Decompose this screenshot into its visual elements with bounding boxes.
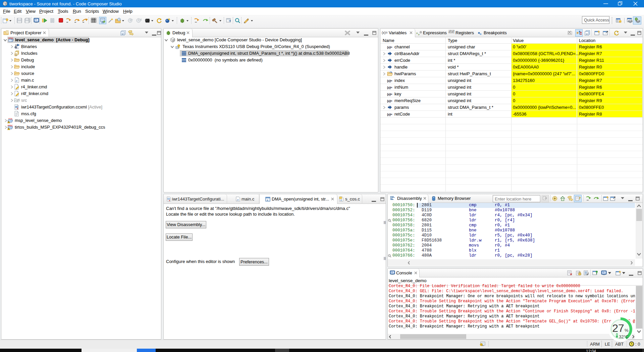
svg-text:x: x (416, 31, 418, 35)
svg-text:%: % (625, 328, 629, 333)
svg-text:!: ! (8, 121, 9, 123)
svg-text:c: c (267, 199, 269, 202)
svg-text:32°C: 32°C (619, 334, 629, 339)
svg-text:.c: .c (15, 79, 18, 82)
svg-text:!: ! (8, 128, 9, 130)
svg-text:27: 27 (612, 322, 624, 334)
svg-text:c: c (340, 199, 342, 202)
svg-text:h: h (15, 54, 17, 56)
svg-text:y: y (418, 33, 420, 36)
svg-text:.c: .c (237, 198, 239, 201)
